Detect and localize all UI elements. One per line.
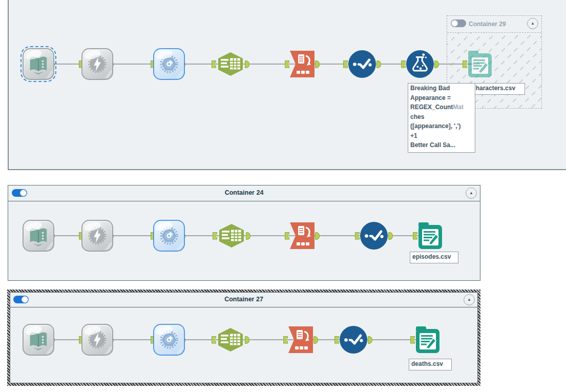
summarize-tool[interactable] <box>217 223 246 248</box>
formula-annotation-line: Better Call Sa... <box>410 141 473 151</box>
formula-annotation[interactable]: Breaking BadAppearance =REGEX_CountMatch… <box>408 83 475 153</box>
formula-annotation-line: ([appearance], ',') <box>410 122 473 132</box>
lightning-gear-icon <box>86 224 109 247</box>
output-anchor[interactable] <box>245 336 249 344</box>
transpose-tool[interactable] <box>289 222 315 250</box>
output-anchor[interactable] <box>315 60 320 68</box>
output-anchor[interactable] <box>245 60 249 68</box>
list-table-hexagon-icon <box>216 52 245 76</box>
output-anchor[interactable] <box>434 60 439 68</box>
input-data-tool[interactable] <box>23 324 54 356</box>
macro-gear-tool[interactable] <box>153 48 185 80</box>
formula-tool[interactable] <box>406 50 434 78</box>
output-filename-annotation[interactable]: Characters.csv <box>469 83 525 95</box>
input-data-tool[interactable] <box>23 220 54 252</box>
output-data-tool[interactable] <box>417 221 443 250</box>
unique-tool[interactable] <box>360 221 388 250</box>
workflow-canvas[interactable]: Container 24 ▲ Container 27 ▲ Container … <box>0 0 566 392</box>
output-data-tool[interactable] <box>415 325 441 354</box>
unique-tool[interactable] <box>339 325 368 354</box>
flask-icon <box>406 50 434 78</box>
open-book-icon <box>27 52 50 76</box>
rows-to-columns-arrow-icon <box>288 326 313 354</box>
transpose-tool[interactable] <box>289 50 315 78</box>
formula-annotation-overflow-text: Mat <box>453 104 464 111</box>
list-table-hexagon-icon <box>217 223 246 248</box>
output-anchor[interactable] <box>246 232 250 240</box>
macro-gear-tool[interactable] <box>153 220 185 252</box>
input-data-tool[interactable] <box>23 48 54 80</box>
transpose-tool[interactable] <box>288 326 313 354</box>
output-filename-annotation[interactable]: episodes.csv <box>410 252 458 263</box>
gear-swirl-icon <box>157 52 181 76</box>
macro-gear-tool[interactable] <box>153 324 185 356</box>
checkmark-dots-icon <box>348 50 376 78</box>
output-anchor[interactable] <box>376 60 381 68</box>
formula-annotation-line: Appearance = <box>410 94 473 104</box>
tools-layer: Characters.csvBreaking BadAppearance =RE… <box>0 0 566 392</box>
file-pencil-icon <box>415 325 441 354</box>
rows-to-columns-arrow-icon <box>289 50 315 78</box>
checkmark-dots-icon <box>360 221 388 250</box>
formula-annotation-line: ches <box>410 113 473 123</box>
unique-tool[interactable] <box>348 50 376 78</box>
open-book-icon <box>27 224 50 247</box>
checkmark-dots-icon <box>339 325 368 354</box>
file-pencil-icon <box>417 221 443 250</box>
output-anchor[interactable] <box>313 336 318 344</box>
macro-lightning-tool[interactable] <box>81 48 113 80</box>
rows-to-columns-arrow-icon <box>289 222 315 250</box>
output-anchor[interactable] <box>368 336 372 344</box>
macro-lightning-tool[interactable] <box>81 220 113 252</box>
lightning-gear-icon <box>86 328 109 352</box>
formula-annotation-line: REGEX_CountMat <box>410 104 473 113</box>
lightning-gear-icon <box>86 52 109 76</box>
formula-annotation-line: Breaking Bad <box>410 85 473 94</box>
output-anchor[interactable] <box>388 232 393 240</box>
output-filename-annotation[interactable]: deaths.csv <box>409 359 452 370</box>
summarize-tool[interactable] <box>216 52 245 76</box>
output-data-tool[interactable] <box>467 50 493 78</box>
open-book-icon <box>27 328 50 352</box>
list-table-hexagon-icon <box>216 327 245 352</box>
formula-annotation-line: +1 <box>410 132 473 142</box>
file-pencil-icon <box>467 50 493 78</box>
output-anchor[interactable] <box>315 232 320 240</box>
gear-swirl-icon <box>157 328 181 352</box>
summarize-tool[interactable] <box>216 327 245 352</box>
gear-swirl-icon <box>157 224 181 247</box>
macro-lightning-tool[interactable] <box>81 324 113 356</box>
